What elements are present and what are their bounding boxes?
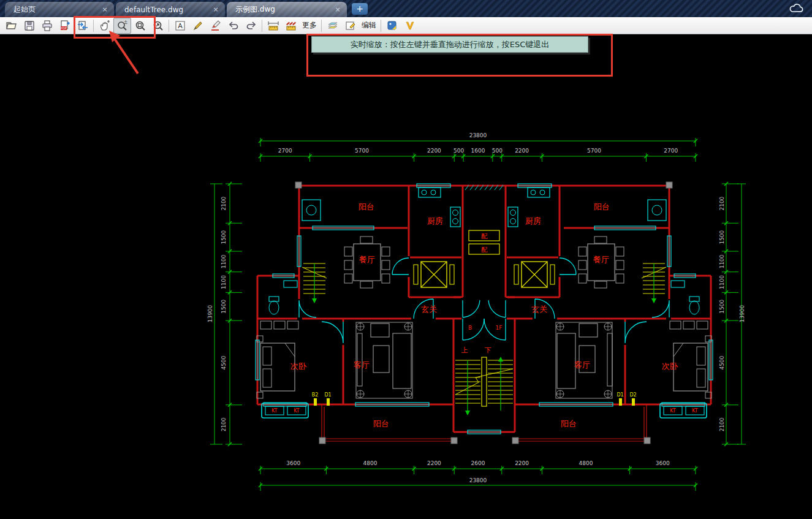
dim-label: 5700 (587, 148, 601, 154)
dim-label: 13900 (739, 305, 745, 322)
export-pdf-button[interactable]: PDF (56, 18, 74, 34)
door-label: B (468, 325, 472, 331)
cad-rect (622, 322, 627, 345)
cad-rect (408, 256, 410, 277)
measure-continuous-button[interactable] (282, 18, 300, 34)
pencil-button[interactable] (189, 18, 207, 34)
dim-label: 1100 (221, 254, 227, 268)
layers-button[interactable] (324, 18, 341, 34)
dim-label: 1600 (471, 148, 485, 154)
undo-button[interactable] (224, 18, 242, 34)
dim-label: 2100 (719, 417, 725, 431)
edit-button[interactable]: 编辑 (359, 20, 379, 31)
room-label: 客厅 (354, 360, 370, 369)
room-label: 餐厅 (359, 255, 375, 264)
kt-label: KT (294, 408, 300, 414)
cad-line (560, 258, 576, 275)
cad-line (488, 300, 506, 317)
door-label: D2 (629, 392, 636, 398)
cad-rect (314, 398, 317, 406)
shaft-label: 配 (481, 233, 488, 240)
text-button[interactable]: A (171, 18, 189, 34)
tab-label: 示例图.dwg (235, 4, 275, 15)
room-label: 次卧 (662, 362, 678, 371)
dim-label: 2200 (427, 148, 441, 154)
cad-line (322, 322, 343, 343)
dim-label: 500 (492, 148, 503, 154)
image-export-button[interactable] (383, 18, 401, 34)
dim-label: 23800 (469, 132, 487, 138)
marker-button[interactable] (207, 18, 224, 34)
save-button[interactable] (20, 18, 38, 34)
room-label: 下 (485, 346, 491, 354)
cad-rect (579, 260, 586, 270)
open-folder-button[interactable] (2, 18, 20, 34)
dim-label: 2600 (471, 460, 485, 466)
annotation-box-tooltip (306, 34, 613, 77)
edit-page-button[interactable] (341, 18, 359, 34)
close-icon[interactable]: × (101, 6, 109, 14)
dim-label: 3600 (656, 460, 670, 466)
tab-sample-drawing[interactable]: 示例图.dwg × (227, 2, 347, 17)
dim-label: 1500 (221, 230, 227, 244)
dim-label: 2100 (719, 196, 725, 210)
v-logo-icon[interactable] (401, 18, 419, 34)
more-button[interactable]: 更多 (300, 20, 319, 31)
cad-rect (579, 324, 598, 337)
cad-rect (450, 265, 454, 284)
cad-rect (263, 369, 271, 387)
door-label: D1 (617, 392, 623, 398)
cad-rect (594, 281, 607, 288)
cad-line (421, 262, 447, 287)
tab-defaulttree[interactable]: defaultTree.dwg × (116, 2, 225, 17)
dim-label: 5700 (355, 148, 369, 154)
cad-rect (371, 324, 389, 337)
toolbar-separator (262, 20, 262, 32)
dim-label: 1500 (719, 300, 725, 314)
room-label: 阳台 (561, 419, 577, 428)
dim-label: 1500 (719, 230, 725, 244)
cad-rect (260, 343, 295, 391)
dim-label: 2200 (427, 460, 441, 466)
cad-rect (579, 274, 586, 283)
cad-rect (360, 237, 373, 243)
shaft-label: 配 (481, 246, 488, 253)
toolbar-separator (321, 20, 322, 32)
dim-label: 2700 (664, 148, 678, 154)
cad-rect (274, 321, 285, 329)
cad-rect (357, 333, 362, 386)
cad-rect (619, 398, 622, 406)
app-window: 起始页 × defaultTree.dwg × 示例图.dwg × + PDF (0, 0, 812, 519)
cad-line (285, 343, 295, 357)
cad-rect (670, 321, 681, 329)
redo-button[interactable] (242, 18, 260, 34)
measure-button[interactable] (264, 18, 282, 34)
cad-rect (697, 347, 705, 365)
annotation-arrow (92, 27, 159, 82)
cad-line (515, 407, 644, 439)
dim-label: 2200 (515, 148, 529, 154)
cad-rect (414, 265, 418, 284)
room-label: 阳台 (594, 202, 610, 211)
cad-line (522, 262, 547, 287)
door-label: 1F (496, 325, 503, 331)
new-tab-button[interactable]: + (352, 3, 368, 15)
dim-label: 1100 (719, 254, 725, 268)
close-icon[interactable]: × (333, 6, 342, 14)
room-label: 厨房 (427, 216, 443, 225)
kt-label: KT (670, 408, 676, 414)
cad-rect (594, 237, 607, 243)
drawing-canvas[interactable]: 2380027005700220050016005002200570027003… (0, 34, 812, 519)
close-icon[interactable]: × (211, 6, 220, 14)
cloud-icon[interactable] (789, 3, 806, 14)
print-button[interactable] (38, 18, 56, 34)
dim-label: 2100 (221, 196, 227, 210)
cad-rect (607, 333, 612, 386)
cad-rect (533, 316, 557, 321)
tab-start-page[interactable]: 起始页 × (5, 2, 114, 17)
cad-rect (327, 398, 330, 406)
room-label: 餐厅 (593, 255, 609, 264)
cad-rect (482, 357, 487, 406)
svg-text:PDF: PDF (61, 26, 67, 30)
cad-line (484, 319, 506, 340)
